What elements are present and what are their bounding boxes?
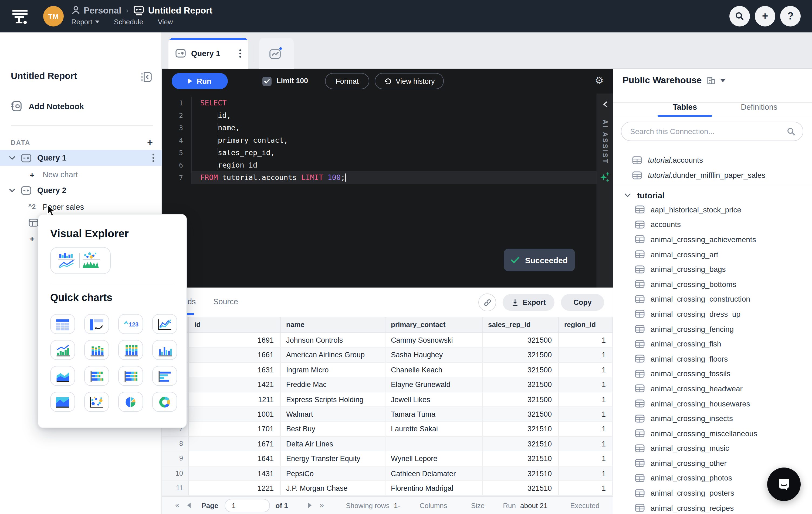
stacked-column-icon[interactable] xyxy=(84,340,109,360)
recent-table-item[interactable]: tutorial.dunder_mifflin_paper_sales xyxy=(613,167,812,183)
cell-primary-contact[interactable]: Tamara Tuma xyxy=(385,407,483,422)
big-number-icon[interactable]: 123 xyxy=(118,314,143,334)
first-page-icon[interactable]: « xyxy=(175,501,180,510)
cell-id[interactable]: 1211 xyxy=(189,392,281,407)
table-row[interactable]: 11 1221 J.P. Morgan Chase Florentino Mad… xyxy=(162,481,613,496)
table-chart-icon[interactable] xyxy=(50,314,75,334)
sidebar-item-paper-sales[interactable]: ^2 Paper sales xyxy=(0,199,162,215)
table-list-item[interactable]: animal_crossing_achievements xyxy=(613,232,812,247)
view-history-button[interactable]: View history xyxy=(375,73,444,89)
cell-id[interactable]: 1431 xyxy=(189,466,281,481)
code-line-4[interactable]: 4 primary_contact, xyxy=(162,134,597,146)
tab-definitions[interactable]: Definitions xyxy=(729,103,789,116)
cell-region-id[interactable]: 1 xyxy=(559,363,613,378)
table-list-item[interactable]: animal_crossing_dress_up xyxy=(613,306,812,321)
stacked-area-icon[interactable] xyxy=(50,366,75,386)
cell-primary-contact[interactable]: Cammy Sosnowski xyxy=(385,333,483,348)
cell-primary-contact[interactable]: Wynell Lepore xyxy=(385,451,483,466)
cell-id[interactable]: 1661 xyxy=(189,348,281,363)
cell-region-id[interactable]: 1 xyxy=(559,407,613,422)
table-list-item[interactable]: animal_crossing_music xyxy=(613,441,812,456)
cell-primary-contact[interactable]: Elayne Grunewald xyxy=(385,377,483,392)
cell-region-id[interactable]: 1 xyxy=(559,333,613,348)
pivot-table-chart-icon[interactable] xyxy=(84,314,109,334)
cell-name[interactable]: Express Scripts Holding xyxy=(281,392,385,407)
cell-primary-contact[interactable]: Florentino Madrigal xyxy=(385,481,483,496)
kebab-menu-icon[interactable] xyxy=(152,154,154,162)
stacked-bar-icon[interactable] xyxy=(84,366,109,386)
table-row[interactable]: 4 1421 Freddie Mac Elayne Grunewald 3215… xyxy=(162,377,613,392)
add-chart-tab[interactable] xyxy=(259,38,294,69)
cell-sales-rep-id[interactable]: 321500 xyxy=(483,377,559,392)
connection-search[interactable] xyxy=(621,121,803,141)
avatar[interactable]: TM xyxy=(43,6,64,26)
tab-source[interactable]: Source xyxy=(213,297,238,306)
table-list-item[interactable]: animal_crossing_fencing xyxy=(613,322,812,336)
run-button[interactable]: Run xyxy=(172,73,228,89)
limit-checkbox[interactable] xyxy=(262,77,271,86)
table-list-item[interactable]: animal_crossing_insects xyxy=(613,411,812,426)
breadcrumb-report-title[interactable]: Untitled Report xyxy=(148,5,212,16)
code-line-7[interactable]: 7FROM tutorial.accounts LIMIT 100; xyxy=(162,171,597,184)
menu-report[interactable]: Report xyxy=(71,18,99,26)
cell-name[interactable]: Energy Transfer Equity xyxy=(281,451,385,466)
cell-sales-rep-id[interactable]: 321510 xyxy=(483,451,559,466)
cell-region-id[interactable]: 1 xyxy=(559,348,613,363)
cell-sales-rep-id[interactable]: 321510 xyxy=(483,422,559,437)
recent-table-item[interactable]: tutorial.accounts xyxy=(613,153,812,167)
cell-name[interactable]: Johnson Controls xyxy=(281,333,385,348)
cell-region-id[interactable]: 1 xyxy=(559,451,613,466)
cell-region-id[interactable]: 1 xyxy=(559,466,613,481)
visual-explorer-button[interactable] xyxy=(50,247,111,274)
table-row[interactable]: 7 1701 Best Buy Laurette Sakai 321510 1 xyxy=(162,422,613,437)
page-input[interactable] xyxy=(225,498,270,512)
cell-name[interactable]: Best Buy xyxy=(281,422,385,437)
column-header-primary-contact[interactable]: primary_contact xyxy=(385,317,483,332)
cell-region-id[interactable]: 1 xyxy=(559,481,613,496)
add-query-button[interactable]: + xyxy=(147,138,153,147)
export-button[interactable]: Export xyxy=(503,294,554,311)
table-list-item[interactable]: animal_crossing_fossils xyxy=(613,366,812,381)
table-row[interactable]: 5 1211 Express Scripts Holding Jewell Li… xyxy=(162,392,613,407)
search-input[interactable] xyxy=(630,127,787,136)
connection-title[interactable]: Public Warehouse xyxy=(622,75,725,86)
cell-id[interactable]: 1701 xyxy=(189,422,281,437)
chat-widget-button[interactable] xyxy=(767,467,801,501)
cell-sales-rep-id[interactable]: 321500 xyxy=(483,363,559,378)
cell-name[interactable]: Freddie Mac xyxy=(281,377,385,392)
cell-region-id[interactable]: 1 xyxy=(559,422,613,437)
cell-sales-rep-id[interactable]: 321500 xyxy=(483,392,559,407)
code-line-5[interactable]: 5 sales_rep_id, xyxy=(162,146,597,159)
column-header-name[interactable]: name xyxy=(281,317,385,332)
table-row[interactable]: 1 1691 Johnson Controls Cammy Sosnowski … xyxy=(162,333,613,348)
cell-name[interactable]: Delta Air Lines xyxy=(281,436,385,451)
cell-id[interactable]: 1631 xyxy=(189,363,281,378)
mode-logo-icon[interactable] xyxy=(10,6,30,26)
add-button[interactable]: + xyxy=(755,6,775,26)
cell-primary-contact[interactable]: Cathleen Delamater xyxy=(385,466,483,481)
collapse-left-panel-icon[interactable] xyxy=(140,71,153,83)
cell-sales-rep-id[interactable]: 321510 xyxy=(483,436,559,451)
cell-region-id[interactable]: 1 xyxy=(559,377,613,392)
cell-sales-rep-id[interactable]: 321500 xyxy=(483,407,559,422)
code-line-3[interactable]: 3 name, xyxy=(162,121,597,134)
table-list-item[interactable]: animal_crossing_fish xyxy=(613,336,812,351)
tab-query1[interactable]: Query 1 xyxy=(169,38,248,69)
table-row[interactable]: 6 1001 Walmart Tamara Tuma 321500 1 xyxy=(162,407,613,422)
last-page-icon[interactable]: » xyxy=(319,501,324,510)
menu-schedule[interactable]: Schedule xyxy=(114,18,143,26)
cell-id[interactable]: 1671 xyxy=(189,436,281,451)
table-row[interactable]: 2 1661 American Airlines Group Sasha Hau… xyxy=(162,348,613,363)
cell-id[interactable]: 1691 xyxy=(189,333,281,348)
code-line-1[interactable]: 1SELECT xyxy=(162,97,597,109)
cell-name[interactable]: Walmart xyxy=(281,407,385,422)
table-list-item[interactable]: animal_crossing_miscellaneous xyxy=(613,426,812,441)
cell-id[interactable]: 1221 xyxy=(189,481,281,496)
next-page-icon[interactable] xyxy=(309,503,312,508)
combo-chart-icon[interactable] xyxy=(50,340,75,360)
format-button[interactable]: Format xyxy=(325,73,369,89)
code-line-2[interactable]: 2 id, xyxy=(162,109,597,121)
bubble-chart-icon[interactable] xyxy=(84,392,109,412)
cell-name[interactable]: American Airlines Group xyxy=(281,348,385,363)
copy-button[interactable]: Copy xyxy=(561,294,604,311)
